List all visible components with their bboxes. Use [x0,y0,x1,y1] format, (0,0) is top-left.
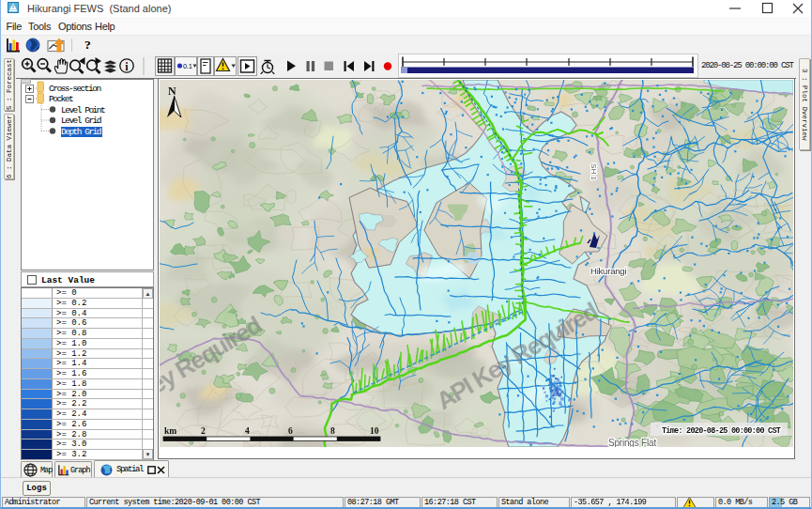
svg-text:2: 2 [201,426,206,436]
svg-text:Time: 2020-08-25 00:00:00 CST: Time: 2020-08-25 00:00:00 CST [662,426,781,436]
svg-text:Springs Flat: Springs Flat [608,438,656,447]
svg-text:0.1: 0.1 [183,62,192,70]
svg-text:4: 4 [245,426,250,436]
svg-text:km: km [164,426,176,436]
svg-text:6: 6 [288,426,293,436]
svg-text:8: 8 [330,426,335,436]
svg-text:SH 1: SH 1 [590,163,598,180]
svg-text:Hikurangi: Hikurangi [590,266,626,276]
svg-text:10: 10 [370,426,379,436]
svg-text:i: i [125,60,129,73]
svg-text:N: N [168,85,176,98]
